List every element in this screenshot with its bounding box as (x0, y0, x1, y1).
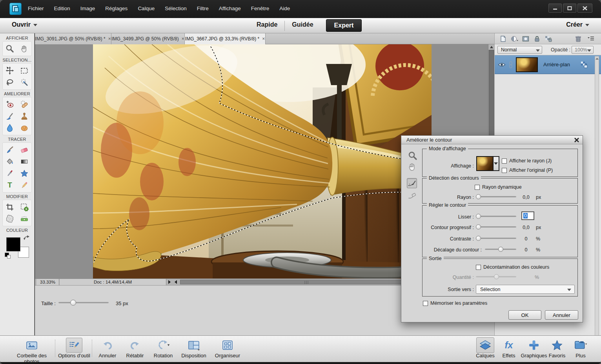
close-icon[interactable]: × (108, 36, 111, 42)
paint-bucket-tool-icon[interactable] (4, 156, 16, 167)
refine-radius-tool[interactable] (407, 178, 417, 188)
output-to-select[interactable]: Sélection (476, 285, 575, 294)
size-slider[interactable] (58, 300, 109, 306)
menu-filtre[interactable]: Filtre (192, 0, 214, 11)
tool-options-button[interactable]: Options d'outil (57, 338, 91, 359)
new-layer-icon[interactable] (499, 35, 507, 43)
panel-menu-icon[interactable] (586, 35, 595, 43)
shift-edge-slider[interactable] (485, 247, 516, 252)
shape-tool-icon[interactable] (18, 167, 31, 179)
menu-calque[interactable]: Calque (133, 0, 160, 11)
view-mode-thumbnail[interactable] (476, 156, 494, 171)
scroll-up-arrow[interactable] (488, 44, 494, 50)
document-image[interactable] (93, 44, 432, 278)
redo-button[interactable]: Rétablir (122, 338, 148, 359)
doc-size-info[interactable]: Doc : 14,4M/14,4M (60, 279, 166, 285)
move-tool-icon[interactable] (4, 65, 16, 76)
layer-locked-icon[interactable] (580, 61, 588, 69)
menu-affichage[interactable]: Affichage (214, 0, 246, 11)
tab-img-3667[interactable]: IMG_3667.JPG @ 33,3% (RVB/8) *× (185, 33, 266, 44)
dialog-title-bar[interactable]: Améliorer le contour (401, 136, 583, 144)
lasso-tool-icon[interactable] (4, 76, 16, 88)
lock-icon[interactable] (533, 35, 541, 43)
decontaminate-checkbox[interactable] (476, 265, 481, 270)
favorites-button[interactable]: Favoris (546, 338, 568, 359)
rotate-button[interactable]: Rotation (151, 338, 176, 359)
tab-img-3091[interactable]: IMG_3091.JPG @ 50% (RVB/8) *× (35, 33, 111, 44)
menu-aide[interactable]: Aide (274, 0, 295, 11)
hand-tool-icon[interactable] (18, 43, 31, 55)
dialog-hand-tool[interactable] (407, 162, 417, 172)
tab-rapide[interactable]: Rapide (250, 18, 284, 33)
quick-selection-tool-icon[interactable] (18, 76, 31, 88)
view-mode-dropdown[interactable] (494, 156, 499, 171)
close-button[interactable] (577, 4, 592, 13)
eyedropper-tool-icon[interactable] (4, 167, 16, 179)
sponge-tool-icon[interactable] (18, 122, 31, 134)
menu-edition[interactable]: Edition (49, 0, 75, 11)
show-radius-checkbox[interactable] (502, 158, 507, 164)
swap-colors-icon[interactable] (24, 235, 30, 240)
cookie-cutter-tool-icon[interactable] (4, 213, 16, 225)
smooth-input[interactable]: 0 (521, 211, 534, 220)
layers-scrollbar[interactable] (595, 56, 599, 351)
maximize-button[interactable] (563, 4, 576, 13)
tab-expert[interactable]: Expert (326, 19, 362, 32)
scroll-up-arrow[interactable] (596, 58, 599, 60)
tab-guidee[interactable]: Guidée (285, 18, 320, 33)
layers-button[interactable]: Calques (474, 338, 497, 359)
recompose-tool-icon[interactable] (18, 201, 31, 213)
layer-row-arriere-plan[interactable]: Arrière-plan (495, 55, 601, 74)
undo-button[interactable]: Annuler (96, 338, 119, 359)
blend-mode-select[interactable]: Normal (497, 46, 542, 54)
open-button[interactable]: Ouvrir (12, 21, 37, 28)
brush-tool-icon[interactable] (4, 144, 16, 156)
layer-visibility-eye-icon[interactable] (498, 62, 506, 68)
photo-bin-button[interactable]: Corbeille des photos (9, 338, 55, 364)
minimize-button[interactable] (548, 4, 562, 13)
gradient-tool-icon[interactable] (18, 156, 31, 167)
dialog-zoom-tool[interactable] (408, 151, 418, 161)
menu-fichier[interactable]: Fichier (23, 0, 49, 11)
organizer-button[interactable]: Organiseur (212, 338, 243, 359)
status-expand-icon[interactable] (168, 280, 171, 284)
close-icon[interactable]: × (262, 36, 265, 42)
eraser-tool-icon[interactable] (18, 144, 31, 156)
zoom-tool-icon[interactable] (4, 43, 16, 55)
type-tool-icon[interactable]: T (4, 179, 16, 191)
delete-layer-icon[interactable] (574, 35, 583, 43)
layer-mask-icon[interactable] (521, 35, 530, 43)
close-icon[interactable]: × (182, 36, 184, 42)
marquee-tool-icon[interactable] (18, 65, 31, 76)
erase-refinements-tool[interactable] (407, 191, 417, 201)
layer-link-icon[interactable] (508, 61, 514, 69)
cancel-button[interactable]: Annuler (545, 310, 578, 320)
smart-radius-checkbox[interactable] (475, 185, 480, 190)
horizontal-scroll-thumb[interactable] (180, 280, 433, 284)
foreground-color-swatch[interactable] (6, 237, 20, 251)
show-original-checkbox[interactable] (502, 168, 507, 173)
effects-button[interactable]: fx Effets (499, 338, 519, 359)
menu-selection[interactable]: Sélection (160, 0, 192, 11)
ok-button[interactable]: OK (508, 310, 541, 320)
clone-stamp-tool-icon[interactable] (18, 110, 31, 122)
tab-img-3499[interactable]: IMG_3499.JPG @ 50% (RVB/8)× (111, 33, 185, 44)
create-button[interactable]: Créer (566, 21, 589, 28)
zoom-level[interactable]: 33.33% (36, 279, 59, 285)
straighten-tool-icon[interactable] (18, 213, 31, 225)
smart-brush-tool-icon[interactable] (4, 110, 16, 122)
opacity-select[interactable]: 100% (572, 46, 594, 54)
spot-healing-tool-icon[interactable] (18, 98, 31, 110)
dialog-close-icon[interactable] (574, 137, 579, 143)
contrast-slider[interactable] (476, 236, 516, 241)
crop-tool-icon[interactable] (4, 201, 16, 213)
more-button[interactable]: Plus (570, 338, 592, 359)
adjustment-layer-icon[interactable] (510, 35, 519, 43)
layer-thumbnail[interactable] (516, 57, 538, 72)
hscroll-left-arrow[interactable] (175, 280, 177, 284)
radius-slider[interactable] (476, 194, 516, 200)
default-colors-icon[interactable] (7, 255, 11, 258)
menu-fenetre[interactable]: Fenêtre (246, 0, 275, 11)
menu-reglages[interactable]: Réglages (100, 0, 133, 11)
red-eye-tool-icon[interactable] (4, 98, 16, 110)
